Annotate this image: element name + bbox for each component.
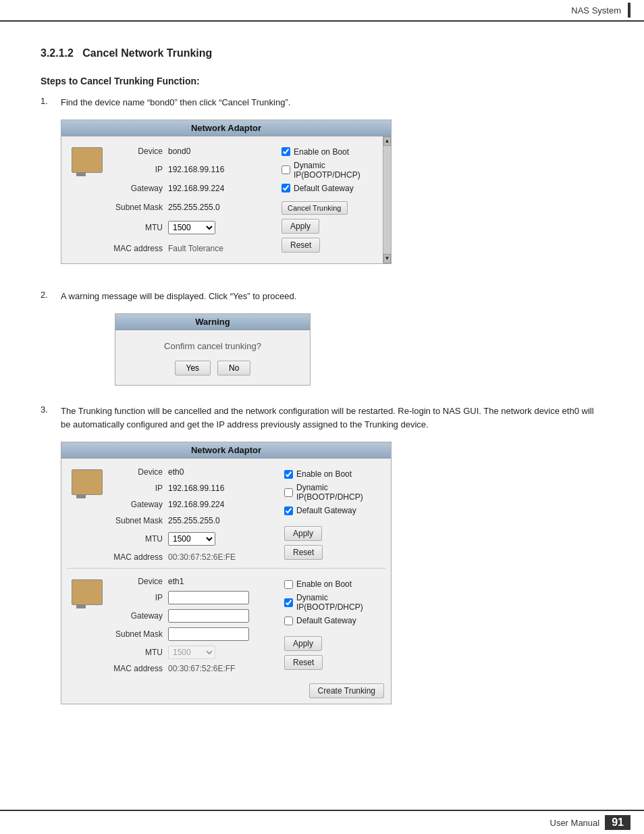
eth0-mtu-value: 1500: [168, 532, 277, 546]
eth0-apply-button[interactable]: Apply: [284, 526, 322, 541]
header-bar-line: [628, 3, 630, 18]
dynamic-ip-label-1: Dynamic IP(BOOTP/DHCP): [294, 161, 376, 180]
reset-button-1[interactable]: Reset: [281, 238, 320, 253]
panel-2-title: Network Adaptor: [61, 442, 391, 459]
step-2-text: A warning message will be displayed. Cli…: [61, 290, 603, 304]
eth0-mac-value: 00:30:67:52:6E:FE: [168, 552, 277, 562]
warning-title: Warning: [115, 314, 310, 330]
scrollbar-down-1[interactable]: ▼: [383, 254, 391, 263]
step-3: 3. The Trunking function will be cancell…: [41, 405, 603, 705]
eth1-right: Enable on Boot Dynamic IP(BOOTP/DHCP) De…: [277, 575, 385, 674]
default-gateway-row-1: Default Gateway: [281, 184, 376, 193]
steps-list: 1. Find the device name “bond0” then cli…: [41, 96, 603, 704]
step-2-content: A warning message will be displayed. Cli…: [61, 290, 603, 386]
eth0-right: Enable on Boot Dynamic IP(BOOTP/DHCP) De…: [277, 465, 385, 564]
eth0-dynamic-row: Dynamic IP(BOOTP/DHCP): [284, 483, 379, 502]
ip-label-1: IP: [107, 165, 168, 174]
warning-buttons: Yes No: [129, 361, 296, 375]
eth0-gateway-checkbox[interactable]: [284, 506, 293, 515]
scrollbar-up-1[interactable]: ▲: [383, 136, 391, 146]
enable-on-boot-label-1: Enable on Boot: [294, 147, 349, 157]
step-1-number: 1.: [41, 96, 61, 271]
eth0-ip-value: 192.168.99.116: [168, 484, 277, 493]
network-panel-2: Network Adaptor Device eth0 IP 192.168.9…: [61, 442, 392, 704]
eth1-reset-button[interactable]: Reset: [284, 655, 323, 670]
footer-label: User Manual: [550, 818, 600, 828]
warning-body: Confirm cancel trunking? Yes No: [115, 330, 310, 385]
device-label-1: Device: [107, 147, 168, 156]
step-1-text: Find the device name “bond0” then click …: [61, 96, 603, 110]
eth0-gateway-label: Default Gateway: [296, 506, 356, 515]
eth0-gateway-value: 192.168.99.224: [168, 500, 277, 509]
section-title: Cancel Network Trunking: [82, 47, 212, 59]
eth0-dynamic-checkbox[interactable]: [284, 488, 293, 497]
cancel-trunking-button[interactable]: Cancel Trunking: [281, 201, 348, 215]
panel-1-right: Enable on Boot Dynamic IP(BOOTP/DHCP) De…: [275, 143, 383, 257]
device-value-1: bond0: [168, 147, 275, 156]
eth0-fields: Device eth0 IP 192.168.99.116 Gateway 19…: [107, 465, 277, 564]
eth1-enable-checkbox[interactable]: [284, 580, 293, 589]
mtu-select-1[interactable]: 1500: [168, 221, 215, 234]
panel-1-title: Network Adaptor: [61, 120, 391, 136]
panel-1-fields: Device bond0 IP 192.168.99.116 Gateway 1…: [107, 143, 275, 257]
mtu-value-1: 1500: [168, 221, 275, 234]
eth0-section: Device eth0 IP 192.168.99.116 Gateway 19…: [61, 459, 391, 568]
warning-message: Confirm cancel trunking?: [129, 341, 296, 351]
sub-heading: Steps to Cancel Trunking Function:: [41, 76, 603, 86]
create-trunking-button[interactable]: Create Trunking: [309, 683, 384, 698]
eth1-ip-input[interactable]: [168, 591, 249, 604]
eth1-ip-value: [168, 591, 277, 604]
subnet-value-1: 255.255.255.0: [168, 203, 275, 212]
eth1-mtu-select[interactable]: 1500: [168, 646, 215, 659]
eth1-enable-row: Enable on Boot: [284, 579, 379, 589]
eth0-subnet-value: 255.255.255.0: [168, 516, 277, 525]
subnet-label-1: Subnet Mask: [107, 203, 168, 212]
enable-on-boot-checkbox-1[interactable]: [281, 147, 290, 156]
eth1-enable-label: Enable on Boot: [296, 579, 352, 589]
no-button[interactable]: No: [217, 361, 250, 375]
eth1-dynamic-label: Dynamic IP(BOOTP/DHCP): [296, 593, 379, 612]
dynamic-ip-checkbox-1[interactable]: [281, 165, 290, 174]
step-2: 2. A warning message will be displayed. …: [41, 290, 603, 386]
eth0-reset-button[interactable]: Reset: [284, 545, 323, 560]
dynamic-ip-row-1: Dynamic IP(BOOTP/DHCP): [281, 161, 376, 180]
eth1-gateway-input[interactable]: [168, 609, 249, 623]
page-number: 91: [605, 815, 630, 830]
step-3-number: 3.: [41, 405, 61, 705]
eth0-dynamic-label: Dynamic IP(BOOTP/DHCP): [296, 483, 379, 502]
enable-on-boot-row-1: Enable on Boot: [281, 147, 376, 157]
footer: User Manual 91: [0, 810, 644, 834]
default-gateway-checkbox-1[interactable]: [281, 184, 290, 192]
gateway-value-1: 192.168.99.224: [168, 184, 275, 193]
eth1-subnet-input[interactable]: [168, 627, 249, 641]
apply-button-1[interactable]: Apply: [281, 219, 319, 234]
eth0-enable-label: Enable on Boot: [296, 469, 352, 479]
step-3-text: The Trunking function will be cancelled …: [61, 405, 603, 433]
step-3-content: The Trunking function will be cancelled …: [61, 405, 603, 705]
header-bar: NAS System: [0, 0, 644, 22]
eth0-gateway-row: Default Gateway: [284, 506, 379, 515]
eth1-gateway-checkbox[interactable]: [284, 617, 293, 625]
eth0-mtu-label: MTU: [107, 534, 168, 544]
eth1-dynamic-row: Dynamic IP(BOOTP/DHCP): [284, 593, 379, 612]
step-1-content: Find the device name “bond0” then click …: [61, 96, 603, 271]
eth0-mtu-select[interactable]: 1500: [168, 532, 215, 546]
eth1-gateway-value: [168, 609, 277, 623]
eth1-dynamic-checkbox[interactable]: [284, 598, 293, 607]
eth1-gateway-row: Default Gateway: [284, 616, 379, 625]
step-1: 1. Find the device name “bond0” then cli…: [41, 96, 603, 271]
eth1-subnet-label: Subnet Mask: [107, 629, 168, 639]
eth0-ip-label: IP: [107, 484, 168, 493]
ip-value-1: 192.168.99.116: [168, 165, 275, 174]
scrollbar-thumb-1: [383, 146, 391, 254]
eth0-device-value: eth0: [168, 467, 277, 477]
eth1-gateway-label: Default Gateway: [296, 616, 356, 625]
eth1-apply-button[interactable]: Apply: [284, 636, 322, 651]
eth0-gateway-label: Gateway: [107, 500, 168, 509]
scrollbar-1[interactable]: ▲ ▼: [383, 136, 391, 263]
eth0-subnet-label: Subnet Mask: [107, 516, 168, 525]
gateway-label-1: Gateway: [107, 184, 168, 193]
eth1-device-label: Device: [107, 577, 168, 586]
eth0-enable-checkbox[interactable]: [284, 470, 293, 479]
yes-button[interactable]: Yes: [175, 361, 211, 375]
